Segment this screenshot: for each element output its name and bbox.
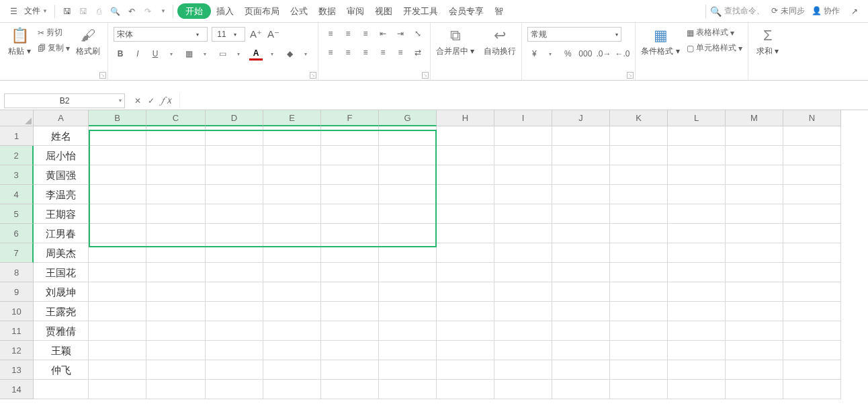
cell[interactable] [321, 302, 379, 321]
row-header[interactable]: 8 [0, 263, 34, 282]
cell[interactable] [610, 302, 668, 321]
tab-开发工具[interactable]: 开发工具 [398, 3, 443, 19]
row-header[interactable]: 11 [0, 321, 34, 341]
cell[interactable] [494, 165, 552, 185]
currency-icon[interactable]: ¥ [527, 47, 541, 60]
cell[interactable] [89, 243, 146, 263]
align-right-icon[interactable]: ≡ [359, 46, 372, 59]
cell[interactable] [726, 380, 783, 399]
cell[interactable] [146, 224, 206, 243]
save-as-icon[interactable]: 🖫 [77, 5, 90, 18]
col-header-J[interactable]: J [552, 110, 610, 126]
cell[interactable] [610, 321, 668, 341]
cell[interactable] [610, 243, 668, 263]
cell[interactable] [89, 380, 146, 399]
align-center-icon[interactable]: ≡ [341, 46, 355, 59]
cell[interactable] [379, 185, 437, 204]
cell[interactable] [437, 282, 494, 302]
col-header-G[interactable]: G [379, 110, 437, 126]
dec-decimal-icon[interactable]: ←.0 [615, 47, 630, 60]
cell[interactable] [263, 321, 321, 341]
cell[interactable] [610, 282, 668, 302]
cell[interactable] [610, 224, 668, 243]
cell[interactable] [263, 302, 321, 321]
cell[interactable] [263, 146, 321, 165]
cell[interactable] [206, 282, 263, 302]
row-header[interactable]: 9 [0, 282, 34, 302]
cell[interactable] [89, 263, 146, 282]
cell[interactable] [437, 341, 494, 360]
cell[interactable] [783, 204, 841, 224]
cell[interactable]: 江男春 [34, 224, 89, 243]
cell[interactable] [379, 302, 437, 321]
cell[interactable] [437, 165, 494, 185]
cell[interactable] [206, 224, 263, 243]
cell[interactable] [263, 243, 321, 263]
cell[interactable]: 周美杰 [34, 243, 89, 263]
cell[interactable] [668, 146, 726, 165]
cell[interactable] [783, 224, 841, 243]
col-header-F[interactable]: F [321, 110, 379, 126]
cell[interactable] [726, 204, 783, 224]
cell[interactable] [379, 321, 437, 341]
underline-icon[interactable]: U [148, 47, 162, 60]
cell[interactable] [379, 263, 437, 282]
cell[interactable] [783, 282, 841, 302]
cell[interactable]: 王露尧 [34, 302, 89, 321]
cell[interactable] [668, 360, 726, 380]
cell[interactable] [610, 185, 668, 204]
cell[interactable] [321, 204, 379, 224]
cell[interactable] [552, 302, 610, 321]
cell[interactable] [783, 341, 841, 360]
cell[interactable] [668, 263, 726, 282]
row-header[interactable]: 6 [0, 224, 34, 243]
cell[interactable] [321, 263, 379, 282]
cancel-icon[interactable]: ✕ [134, 96, 141, 106]
cell[interactable] [552, 380, 610, 399]
cell[interactable] [146, 204, 206, 224]
cell[interactable] [321, 185, 379, 204]
cell[interactable] [726, 321, 783, 341]
name-box[interactable]: B2▾ [4, 93, 125, 108]
cell[interactable] [726, 243, 783, 263]
cell[interactable]: 刘晟坤 [34, 282, 89, 302]
cell[interactable] [437, 204, 494, 224]
col-header-K[interactable]: K [610, 110, 668, 126]
cell[interactable] [610, 380, 668, 399]
formula-input[interactable] [179, 93, 868, 108]
cell[interactable] [146, 341, 206, 360]
cell[interactable] [437, 360, 494, 380]
autosum-button[interactable]: Σ求和 ▾ [754, 27, 782, 57]
cell[interactable] [494, 243, 552, 263]
cell[interactable] [321, 243, 379, 263]
merge-center-button[interactable]: ⧉合并居中 ▾ [436, 27, 474, 57]
increase-font-icon[interactable]: A⁺ [249, 28, 263, 41]
dialog-launcher-icon[interactable]: ↘ [422, 72, 429, 79]
cell[interactable] [146, 380, 206, 399]
cell[interactable] [89, 341, 146, 360]
quick-access-more[interactable]: ▼ [159, 8, 166, 14]
align-left-icon[interactable]: ≡ [324, 46, 337, 59]
cell[interactable] [552, 360, 610, 380]
tab-数据[interactable]: 数据 [313, 3, 341, 19]
cell[interactable] [146, 243, 206, 263]
cell[interactable] [379, 282, 437, 302]
cell[interactable] [379, 204, 437, 224]
cell[interactable] [321, 321, 379, 341]
file-menu[interactable]: 文件▼ [24, 5, 48, 17]
spreadsheet-grid[interactable]: ABCDEFGHIJKLMN 1姓名2屈小怡3黄国强4李温亮5王期容6江男春7周… [0, 110, 868, 399]
col-header-E[interactable]: E [263, 110, 321, 126]
share-icon[interactable]: ↗ [848, 5, 861, 18]
select-all-corner[interactable] [0, 110, 34, 126]
cell[interactable] [146, 126, 206, 146]
cell[interactable] [321, 380, 379, 399]
cell[interactable] [437, 185, 494, 204]
cell[interactable] [610, 165, 668, 185]
cell[interactable] [206, 321, 263, 341]
row-header[interactable]: 2 [0, 146, 34, 165]
cell[interactable] [726, 360, 783, 380]
cell[interactable] [89, 185, 146, 204]
row-header[interactable]: 14 [0, 380, 34, 399]
cell[interactable] [494, 204, 552, 224]
cell[interactable]: 王国花 [34, 263, 89, 282]
